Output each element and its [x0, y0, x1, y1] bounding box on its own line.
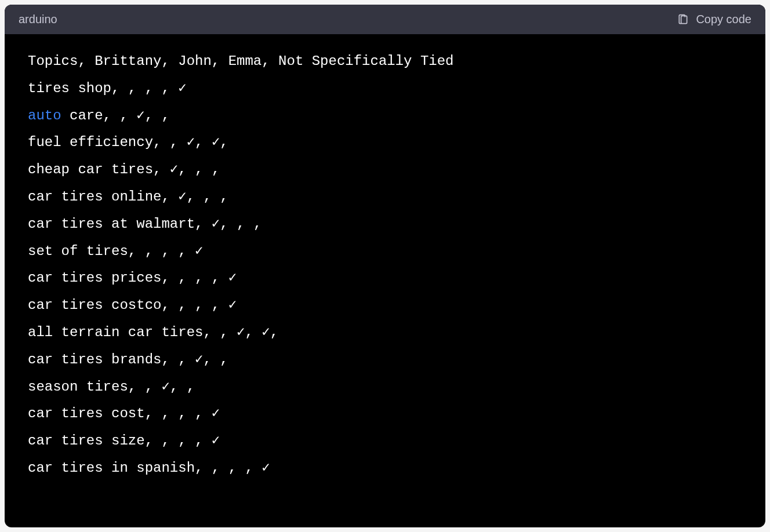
code-line: season tires, , ✓, , — [28, 374, 742, 401]
code-line: Topics, Brittany, John, Emma, Not Specif… — [28, 48, 742, 75]
code-line: set of tires, , , , ✓ — [28, 238, 742, 265]
code-line: car tires prices, , , , ✓ — [28, 265, 742, 292]
code-line: car tires cost, , , , ✓ — [28, 400, 742, 428]
code-line: car tires online, ✓, , , — [28, 184, 742, 211]
code-content[interactable]: Topics, Brittany, John, Emma, Not Specif… — [5, 34, 765, 527]
code-line: auto care, , ✓, , — [28, 103, 742, 130]
code-line: cheap car tires, ✓, , , — [28, 156, 742, 184]
copy-code-button[interactable]: Copy code — [677, 13, 751, 26]
svg-rect-0 — [681, 16, 687, 23]
code-line: car tires costco, , , , ✓ — [28, 292, 742, 319]
code-line: car tires brands, , ✓, , — [28, 347, 742, 374]
language-label: arduino — [19, 13, 57, 26]
code-line: tires shop, , , , ✓ — [28, 75, 742, 103]
code-line: car tires size, , , , ✓ — [28, 428, 742, 455]
code-line: car tires in spanish, , , , ✓ — [28, 455, 742, 482]
code-line: fuel efficiency, , ✓, ✓, — [28, 129, 742, 156]
code-line: all terrain car tires, , ✓, ✓, — [28, 319, 742, 347]
clipboard-icon — [677, 14, 689, 25]
code-block: arduino Copy code Topics, Brittany, John… — [5, 5, 765, 527]
copy-code-label: Copy code — [696, 13, 751, 26]
code-lines-container: Topics, Brittany, John, Emma, Not Specif… — [28, 48, 742, 482]
code-line: car tires at walmart, ✓, , , — [28, 211, 742, 238]
code-header: arduino Copy code — [5, 5, 765, 34]
